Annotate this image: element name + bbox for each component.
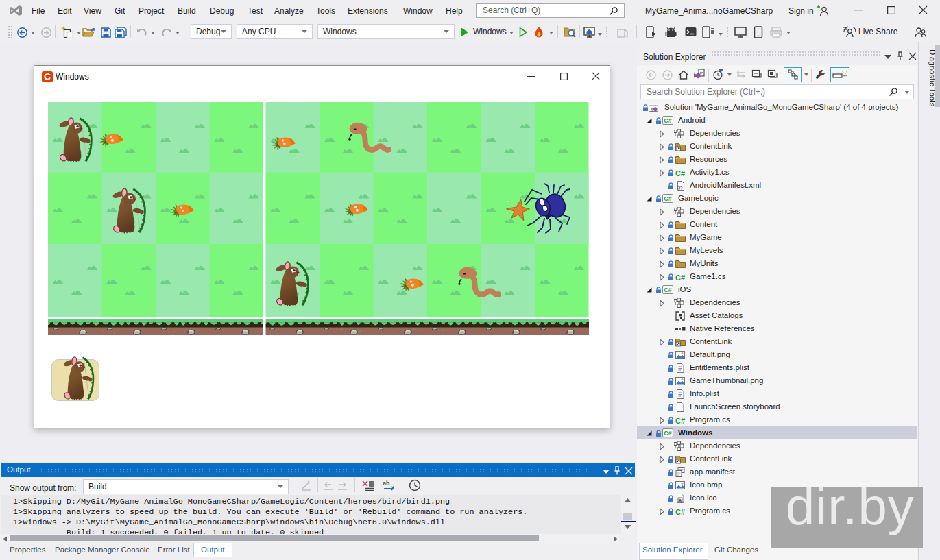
svg-text:ab: ab [383, 480, 390, 487]
